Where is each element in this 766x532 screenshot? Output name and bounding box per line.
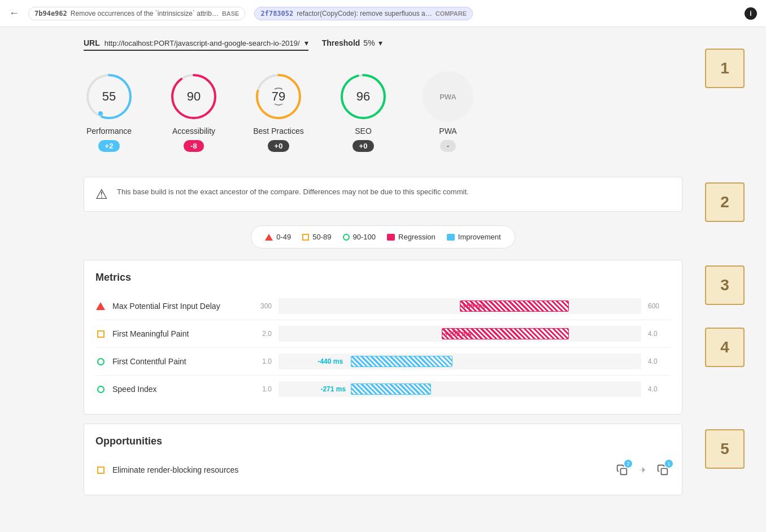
fpid-name: Max Potential First Input Delay [112,302,242,311]
circle-green-icon-2 [97,386,105,393]
metrics-title: Metrics [95,272,671,284]
legend-triangle-icon [265,234,273,241]
score-accessibility: 90 Accessibility -8 [168,71,219,152]
opp-icon [95,465,106,475]
gauge-best-practices: 79 [253,71,304,122]
base-commit-msg: Remove occurrences of the `intrinsicsize… [71,10,219,18]
legend-square-icon [302,234,309,241]
warning-text: This base build is not the exact ancesto… [117,186,469,198]
fmp-icon [95,329,106,339]
score-seo-badge: +0 [352,140,375,152]
fpid-min: 300 [249,302,272,310]
base-commit-pill[interactable]: 7b94e962 Remove occurrences of the `intr… [28,7,245,20]
scores-row: 55 Performance +2 90 Accessibility -8 [84,60,682,163]
si-change: -271 ms [320,385,346,393]
fpid-bar-fill: +56 ms [460,300,569,312]
compare-commit-hash: 2f783052 [260,10,293,18]
opportunities-title: Opportunities [95,435,671,447]
fpid-change: +56 ms [463,302,486,310]
threshold-value: 5% [363,38,375,47]
score-seo: 96 SEO +0 [338,71,389,152]
annotation-1: 1 [705,49,745,88]
score-accessibility-value: 90 [187,89,201,104]
score-best-practices-value: 79 [272,89,285,104]
svg-rect-9 [621,469,627,475]
opportunities-section: Opportunities Eliminate render-blocking … [84,424,682,495]
opp-compare-count: 1 [665,460,673,468]
score-performance: 55 Performance +2 [84,71,134,152]
circle-green-icon [97,358,105,365]
fmp-bar: +209 ms [278,326,641,342]
square-icon [97,330,105,338]
fmp-min: 2.0 [249,330,272,338]
compare-commit-pill[interactable]: 2f783052 refactor(CopyCode): remove supe… [254,7,473,20]
score-performance-label: Performance [86,127,132,136]
back-button[interactable]: ← [9,7,19,19]
url-value: http://localhost:PORT/javascript-and-goo… [105,39,300,47]
fcp-bar-fill: -440 ms [351,356,452,367]
legend-improvement-icon [447,234,455,241]
score-best-practices: 79 Best Practices +0 [253,71,304,152]
fcp-change: -440 ms [317,357,343,365]
gauge-accessibility: 90 [168,71,219,122]
annotation-3: 3 [705,265,745,305]
legend-row: 0-49 50-89 90-100 Regression Improvement [251,225,515,248]
annotation-2: 2 [705,182,745,222]
legend-regression-label: Regression [398,233,436,241]
opp-square-icon [97,466,105,474]
legend-90-100-label: 90-100 [353,233,376,241]
base-commit-tag: BASE [222,10,240,17]
si-name: Speed Index [112,385,242,394]
score-best-practices-label: Best Practices [253,127,303,136]
opp-copy-base-btn[interactable]: 2 [614,462,630,478]
legend-improvement: Improvement [447,233,501,241]
top-bar: ← 7b94e962 Remove occurrences of the `in… [0,0,766,27]
threshold-label: Threshold [322,38,360,47]
threshold-dropdown-icon[interactable]: ▾ [378,38,382,47]
base-commit-hash: 7b94e962 [34,10,67,18]
legend-0-49: 0-49 [265,233,291,241]
score-pwa: PWA PWA - [423,71,473,152]
opportunity-row-1: Eliminate render-blocking resources 2 [95,456,671,483]
fcp-icon [95,356,106,367]
legend-regression: Regression [387,233,436,241]
score-accessibility-label: Accessibility [172,127,215,136]
fcp-bar: -440 ms [278,354,641,369]
si-bar-fill: -271 ms [351,383,430,395]
legend-improvement-label: Improvement [458,233,501,241]
url-dropdown-icon[interactable]: ▾ [304,38,308,47]
triangle-icon [96,302,105,310]
annotation-4: 4 [705,328,745,367]
fmp-name: First Meaningful Paint [112,329,242,338]
si-bar: -271 ms [278,381,641,397]
url-label: URL [84,38,100,47]
warning-icon: ⚠ [95,186,108,202]
legend-regression-icon [387,234,395,241]
metrics-section: Metrics Max Potential First Input Delay … [84,260,682,415]
info-button[interactable]: i [745,7,757,20]
score-best-practices-badge: +0 [268,140,290,152]
fmp-max: 4.0 [648,330,671,338]
svg-point-2 [98,111,103,116]
score-performance-value: 55 [102,89,116,104]
opp-arrow-btn [634,462,650,478]
score-accessibility-badge: -8 [184,140,204,152]
opp-actions: 2 1 [614,462,671,478]
score-pwa-badge: - [440,140,456,152]
opp-copy-compare-btn[interactable]: 1 [655,462,671,478]
score-seo-value: 96 [356,89,370,104]
fcp-min: 1.0 [249,357,272,365]
legend-circle-icon [343,234,350,241]
pwa-circle: PWA [423,71,473,122]
metric-row-fpid: Max Potential First Input Delay 300 +56 … [95,293,671,320]
fpid-icon [95,301,106,311]
metric-row-fcp: First Contentful Paint 1.0 -440 ms 4.0 [95,348,671,376]
main-content: URL http://localhost:PORT/javascript-and… [72,27,694,516]
fpid-bar: +56 ms [278,298,641,314]
metric-row-fmp: First Meaningful Paint 2.0 +209 ms 4.0 [95,320,671,348]
score-pwa-label: PWA [439,127,456,136]
score-seo-label: SEO [355,127,372,136]
si-min: 1.0 [249,385,272,393]
legend-50-89-label: 50-89 [312,233,331,241]
opp-base-count: 2 [624,460,632,468]
